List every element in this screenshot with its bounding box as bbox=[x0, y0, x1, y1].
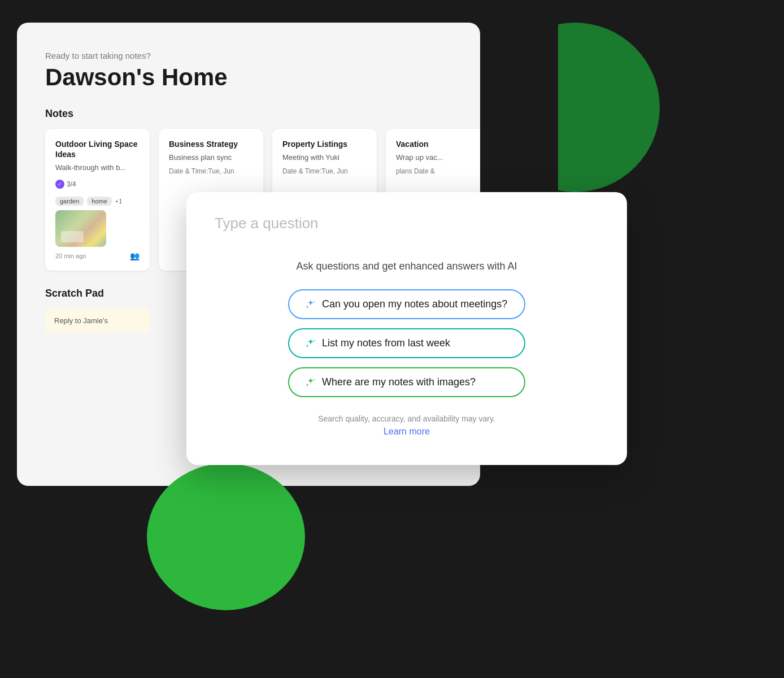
ai-suggestion-meetings[interactable]: Can you open my notes about meetings? bbox=[288, 289, 525, 319]
note-card-1-title: Outdoor Living Space Ideas bbox=[55, 139, 140, 159]
learn-more-link[interactable]: Learn more bbox=[384, 427, 430, 436]
decorative-green-blob bbox=[147, 463, 305, 610]
ai-description: Ask questions and get enhanced answers w… bbox=[215, 260, 599, 272]
sparkle-teal-icon bbox=[305, 338, 316, 349]
note-card-1-time: 20 min ago bbox=[55, 253, 86, 259]
note-card-3-meta: Date & Time:Tue, Jun bbox=[282, 167, 367, 175]
note-card-3-title: Property Listings bbox=[282, 139, 367, 149]
ai-suggestion-last-week[interactable]: List my notes from last week bbox=[288, 328, 525, 358]
collab-icon: 👥 bbox=[130, 251, 140, 260]
note-card-1-footer: 20 min ago 👥 bbox=[55, 251, 140, 260]
note-card-1[interactable]: Outdoor Living Space Ideas Walk-through … bbox=[45, 129, 150, 271]
tag-garden: garden bbox=[55, 197, 84, 206]
note-card-1-desc: Walk-through with b... bbox=[55, 163, 140, 173]
note-card-4-title: Vacation bbox=[396, 139, 480, 149]
check-circle-icon: ✓ bbox=[55, 180, 64, 189]
note-card-2-desc: Business plan sync bbox=[169, 153, 253, 163]
decorative-green-circle bbox=[490, 23, 660, 192]
home-title: Dawson's Home bbox=[45, 64, 458, 91]
note-card-1-tags: garden home +1 bbox=[55, 197, 140, 206]
ai-input-placeholder[interactable]: Type a question bbox=[215, 215, 599, 232]
ai-suggestions-list: Can you open my notes about meetings? Li… bbox=[215, 289, 599, 397]
notes-section-label: Notes bbox=[45, 108, 458, 120]
note-card-3-desc: Meeting with Yuki bbox=[282, 153, 367, 163]
ai-disclaimer: Search quality, accuracy, and availabili… bbox=[215, 414, 599, 423]
scratch-pad-text: Reply to Jamie's bbox=[54, 316, 108, 325]
scratch-pad-card[interactable]: Reply to Jamie's bbox=[45, 308, 150, 333]
home-subtitle: Ready to start taking notes? bbox=[45, 51, 458, 60]
note-card-2-title: Business Strategy bbox=[169, 139, 253, 149]
note-card-1-thumbnail bbox=[55, 210, 106, 247]
ai-suggestion-1-text: Can you open my notes about meetings? bbox=[322, 298, 507, 310]
tag-home: home bbox=[87, 197, 112, 206]
note-card-2-meta: Date & Time:Tue, Jun bbox=[169, 167, 253, 175]
ai-learn-more[interactable]: Learn more bbox=[215, 427, 599, 437]
tag-overflow: +1 bbox=[115, 198, 123, 205]
note-card-4-meta: plans Date & bbox=[396, 167, 480, 175]
ai-modal: Type a question Ask questions and get en… bbox=[186, 192, 627, 465]
ai-suggestion-2-text: List my notes from last week bbox=[322, 337, 450, 349]
note-card-4-desc: Wrap up vac... bbox=[396, 153, 480, 163]
sparkle-green-icon bbox=[305, 377, 316, 388]
sparkle-blue-icon bbox=[305, 299, 316, 310]
ai-suggestion-3-text: Where are my notes with images? bbox=[322, 376, 476, 388]
ai-suggestion-images[interactable]: Where are my notes with images? bbox=[288, 367, 525, 397]
note-card-1-progress: ✓ 3/4 bbox=[55, 180, 76, 189]
